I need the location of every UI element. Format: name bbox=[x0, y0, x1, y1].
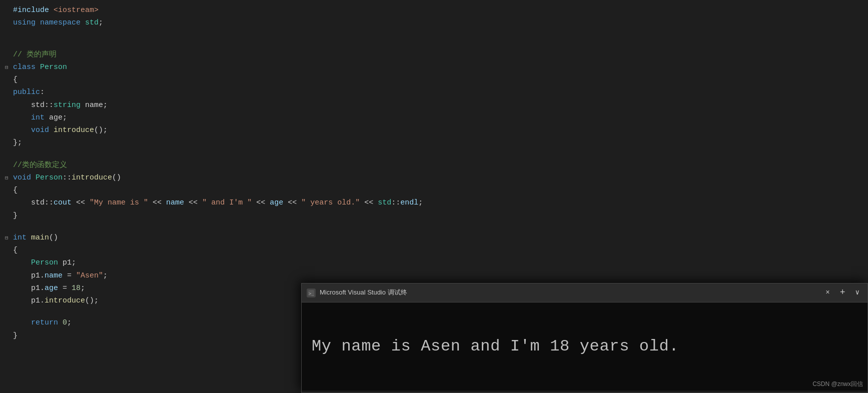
code-token: name; bbox=[81, 100, 108, 111]
code-token: p1. bbox=[13, 282, 45, 294]
code-token: main bbox=[31, 232, 49, 244]
code-token: (); bbox=[94, 124, 108, 136]
fold-indicator bbox=[5, 51, 11, 60]
terminal-title: Microsoft Visual Studio 调试终 bbox=[320, 288, 818, 298]
fold-indicator bbox=[5, 284, 11, 293]
fold-indicator bbox=[5, 30, 11, 38]
code-token: int bbox=[13, 232, 31, 244]
csdn-watermark: CSDN @znwx回信 bbox=[812, 380, 863, 389]
fold-indicator bbox=[5, 222, 11, 231]
code-token: " and I'm " bbox=[202, 197, 252, 208]
code-token bbox=[13, 112, 31, 124]
code-token: class bbox=[13, 62, 40, 73]
code-line: std::string name; bbox=[0, 99, 868, 112]
code-token: = bbox=[63, 270, 76, 282]
code-line: using namespace std; bbox=[0, 16, 868, 29]
code-token: std bbox=[85, 17, 99, 28]
fold-indicator bbox=[5, 199, 11, 208]
fold-indicator: ⊟ bbox=[5, 174, 11, 182]
code-token bbox=[49, 124, 54, 136]
fold-indicator bbox=[5, 308, 11, 316]
code-token: using bbox=[13, 17, 40, 28]
fold-indicator bbox=[5, 139, 11, 148]
fold-indicator: ⊟ bbox=[5, 234, 11, 242]
code-line: { bbox=[0, 244, 868, 256]
code-token: << bbox=[252, 197, 270, 208]
code-token: void bbox=[31, 124, 49, 136]
terminal-close-button[interactable]: × bbox=[822, 286, 832, 299]
terminal-body: My name is Asen and I'm 18 years old. bbox=[302, 302, 867, 390]
fold-indicator bbox=[5, 40, 11, 48]
code-token: int bbox=[31, 112, 45, 124]
code-token: //类的函数定义 bbox=[13, 160, 67, 171]
fold-indicator bbox=[5, 6, 11, 15]
code-token: // 类的声明 bbox=[13, 49, 57, 60]
code-line: public: bbox=[0, 86, 868, 98]
fold-indicator bbox=[5, 246, 11, 255]
code-token: () bbox=[49, 232, 58, 244]
terminal-dropdown-button[interactable]: ∨ bbox=[852, 286, 862, 299]
code-token: :: bbox=[391, 197, 400, 208]
code-token: ; bbox=[418, 197, 423, 208]
code-token: << bbox=[360, 197, 378, 208]
code-token: = bbox=[58, 282, 72, 294]
code-token: << bbox=[283, 197, 301, 208]
code-token: p1. bbox=[13, 295, 45, 306]
code-line: { bbox=[0, 74, 868, 86]
code-line bbox=[0, 30, 868, 39]
code-line: { bbox=[0, 184, 868, 196]
code-token: (); bbox=[85, 295, 99, 306]
fold-indicator bbox=[5, 19, 11, 28]
fold-indicator bbox=[5, 150, 11, 158]
code-token: std:: bbox=[13, 197, 54, 208]
code-token: { bbox=[13, 184, 18, 196]
code-token: introduce bbox=[54, 124, 94, 136]
code-token: { bbox=[13, 74, 18, 86]
code-line bbox=[0, 39, 868, 48]
code-token: public bbox=[13, 86, 40, 98]
code-token bbox=[13, 257, 31, 268]
code-token: () bbox=[112, 172, 121, 184]
code-token: p1. bbox=[13, 270, 45, 282]
code-token: std:: bbox=[13, 100, 54, 111]
code-line: ⊟void Person::introduce() bbox=[0, 172, 868, 184]
code-token: ; bbox=[99, 17, 103, 28]
code-line bbox=[0, 150, 868, 159]
code-token: std bbox=[378, 197, 391, 208]
code-token: Person bbox=[40, 62, 67, 73]
code-line: ⊟class Person bbox=[0, 61, 868, 74]
fold-indicator bbox=[5, 212, 11, 220]
fold-indicator bbox=[5, 332, 11, 340]
code-line bbox=[0, 222, 868, 232]
fold-indicator bbox=[5, 162, 11, 170]
code-token: introduce bbox=[45, 295, 85, 306]
terminal-titlebar: >_ Microsoft Visual Studio 调试终 × + ∨ bbox=[302, 284, 867, 302]
code-token: endl bbox=[400, 197, 418, 208]
code-token: namespace bbox=[40, 17, 85, 28]
terminal-new-tab-button[interactable]: + bbox=[837, 284, 848, 301]
code-token: "My name is " bbox=[90, 197, 148, 208]
code-line: void introduce(); bbox=[0, 124, 868, 136]
code-line: Person p1; bbox=[0, 256, 868, 269]
code-token: void bbox=[13, 172, 36, 184]
code-line: } bbox=[0, 210, 868, 222]
code-token: " years old." bbox=[301, 197, 360, 208]
code-token: age bbox=[270, 197, 283, 208]
code-token: ; bbox=[103, 270, 108, 282]
code-line: // 类的声明 bbox=[0, 48, 868, 61]
svg-text:>_: >_ bbox=[309, 291, 314, 296]
code-token: #include bbox=[13, 4, 54, 16]
code-line: int age; bbox=[0, 112, 868, 124]
fold-indicator bbox=[5, 297, 11, 306]
code-token: Person bbox=[31, 257, 58, 268]
code-token: << bbox=[72, 197, 90, 208]
code-token: << bbox=[184, 197, 202, 208]
code-line: std::cout << "My name is " << name << " … bbox=[0, 196, 868, 209]
code-token: return bbox=[31, 317, 63, 328]
code-line: }; bbox=[0, 136, 868, 149]
code-editor: #include <iostream> using namespace std;… bbox=[0, 0, 868, 393]
terminal-footer bbox=[302, 390, 867, 392]
code-token: } bbox=[13, 210, 18, 222]
fold-indicator bbox=[5, 319, 11, 328]
code-token: 18 bbox=[72, 282, 81, 294]
